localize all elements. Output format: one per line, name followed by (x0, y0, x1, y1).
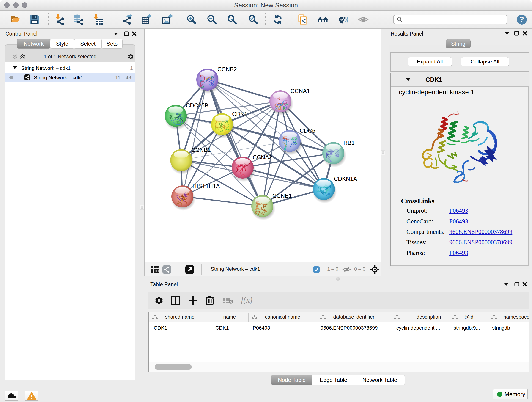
svg-text:CDC6: CDC6 (300, 128, 315, 134)
svg-text:CDC25B: CDC25B (186, 102, 209, 109)
svg-text:CCNB1: CCNB1 (191, 147, 211, 153)
svg-text:RB1: RB1 (343, 140, 355, 146)
svg-text:CDK1: CDK1 (232, 111, 247, 117)
svg-text:CDKN1A: CDKN1A (334, 176, 357, 182)
svg-text:CCNE1: CCNE1 (272, 192, 292, 199)
svg-text:CCNA2: CCNA2 (253, 154, 272, 160)
svg-text:CCNB2: CCNB2 (217, 66, 237, 72)
svg-text:HIST1H1A: HIST1H1A (192, 183, 220, 189)
svg-text:CCNA1: CCNA1 (291, 88, 310, 94)
